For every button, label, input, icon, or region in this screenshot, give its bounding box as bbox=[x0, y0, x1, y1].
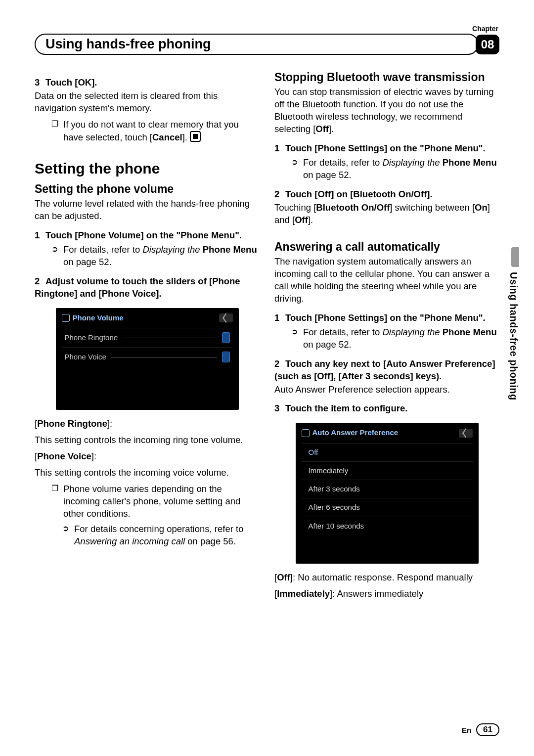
reference: ➲ For details, refer to Displaying the P… bbox=[274, 157, 499, 181]
body-text: This setting controls the incoming ring … bbox=[35, 434, 260, 446]
slider-row: Phone Ringtone bbox=[62, 328, 233, 347]
side-tab-mark bbox=[511, 247, 519, 267]
side-tab: Using hands-free phoning bbox=[508, 272, 519, 400]
body-text: Data on the selected item is cleared fro… bbox=[35, 90, 260, 115]
list-item: Immediately bbox=[302, 461, 473, 480]
step-number: 1 bbox=[274, 312, 285, 324]
chapter-number: 08 bbox=[476, 35, 499, 54]
language-label: En bbox=[462, 726, 471, 734]
body-text: The volume level related with the hands-… bbox=[35, 198, 260, 222]
step: 3Touch [OK]. bbox=[35, 77, 260, 89]
auto-answer-screenshot: Auto Answer Preference Off Immediately A… bbox=[296, 423, 479, 564]
step-text: Adjust volume to touch the sliders of [P… bbox=[35, 276, 240, 299]
step-text: Touch the item to configure. bbox=[285, 403, 407, 413]
note-icon: ❐ bbox=[51, 119, 63, 144]
note-text: If you do not want to clear memory that … bbox=[63, 119, 260, 144]
reference-text: For details, refer to Displaying the Pho… bbox=[303, 326, 499, 351]
back-icon bbox=[459, 429, 473, 438]
definition: [Off]: No automatic response. Respond ma… bbox=[274, 572, 499, 584]
body-text: This setting controls the incoming voice… bbox=[35, 467, 260, 479]
chapter-label: Chapter bbox=[35, 25, 499, 33]
page-title: Using hands-free phoning bbox=[35, 34, 479, 55]
note-icon: ❐ bbox=[51, 483, 63, 520]
reference: ➲ For details, refer to Displaying the P… bbox=[35, 244, 260, 268]
step-number: 1 bbox=[274, 142, 285, 155]
left-column: 3Touch [OK]. Data on the selected item i… bbox=[35, 70, 260, 604]
definition: [Phone Ringtone]: bbox=[35, 418, 260, 430]
slider-knob bbox=[222, 352, 230, 362]
body-text: Touching [Bluetooth On/Off] switching be… bbox=[274, 202, 499, 226]
reference: ➲ For details, refer to Displaying the P… bbox=[274, 326, 499, 351]
link-icon: ➲ bbox=[51, 244, 63, 268]
screen-titlebar: Auto Answer Preference bbox=[302, 428, 473, 438]
step-text: Touch [Phone Volume] on the "Phone Menu"… bbox=[45, 230, 242, 240]
reference: ➲ For details concerning operations, ref… bbox=[35, 523, 260, 548]
bluetooth-icon bbox=[302, 429, 310, 437]
step: 2Touch any key next to [Auto Answer Pref… bbox=[274, 358, 499, 383]
back-icon bbox=[219, 313, 233, 322]
body-text: You can stop transmission of electric wa… bbox=[274, 86, 499, 135]
right-column: Stopping Bluetooth wave transmission You… bbox=[274, 70, 499, 604]
link-icon: ➲ bbox=[62, 523, 74, 548]
list-item: After 10 seconds bbox=[302, 517, 473, 535]
heading-2: Setting the phone volume bbox=[35, 181, 260, 197]
step: 2Adjust volume to touch the sliders of [… bbox=[35, 275, 260, 300]
step: 1Touch [Phone Settings] on the "Phone Me… bbox=[274, 142, 499, 155]
heading-2: Answering a call automatically bbox=[274, 239, 499, 255]
slider-knob bbox=[222, 332, 230, 343]
screen-titlebar: Phone Volume bbox=[62, 313, 233, 323]
screen-title: Phone Volume bbox=[73, 313, 124, 323]
definition: [Immediately]: Answers immediately bbox=[274, 588, 499, 600]
step-number: 3 bbox=[35, 77, 45, 89]
bluetooth-icon bbox=[62, 314, 70, 322]
step-text: Touch [OK]. bbox=[45, 77, 97, 88]
list-item: After 6 seconds bbox=[302, 498, 473, 516]
step-number: 2 bbox=[274, 358, 285, 370]
list-item: Off bbox=[302, 443, 473, 461]
reference-text: For details, refer to Displaying the Pho… bbox=[303, 157, 499, 181]
body-text: The navigation system automatically answ… bbox=[274, 256, 499, 305]
step: 3Touch the item to configure. bbox=[274, 402, 499, 415]
step-text: Touch any key next to [Auto Answer Prefe… bbox=[274, 358, 495, 381]
page-number: 61 bbox=[476, 723, 499, 736]
link-icon: ➲ bbox=[291, 326, 303, 351]
step-number: 3 bbox=[274, 402, 285, 415]
slider-label: Phone Voice bbox=[65, 352, 106, 362]
slider-label: Phone Ringtone bbox=[65, 333, 118, 343]
step-number: 1 bbox=[35, 229, 45, 242]
note: ❐ If you do not want to clear memory tha… bbox=[35, 119, 260, 144]
step-text: Touch [Phone Settings] on the "Phone Men… bbox=[285, 143, 486, 153]
page-header: Chapter Using hands-free phoning 08 bbox=[35, 25, 499, 55]
step: 1Touch [Phone Settings] on the "Phone Me… bbox=[274, 312, 499, 324]
definition: [Phone Voice]: bbox=[35, 450, 260, 463]
heading-1: Setting the phone bbox=[35, 159, 260, 179]
reference-text: For details concerning operations, refer… bbox=[74, 523, 260, 548]
step-number: 2 bbox=[35, 275, 45, 288]
step: 1Touch [Phone Volume] on the "Phone Menu… bbox=[35, 229, 260, 242]
heading-2: Stopping Bluetooth wave transmission bbox=[274, 70, 499, 85]
note: ❐ Phone volume varies depending on the i… bbox=[35, 483, 260, 520]
step-text: Touch [Off] on [Bluetooth On/Off]. bbox=[285, 189, 433, 199]
step-text: Touch [Phone Settings] on the "Phone Men… bbox=[285, 312, 486, 323]
step-number: 2 bbox=[274, 188, 285, 201]
note-text: Phone volume varies depending on the inc… bbox=[63, 483, 260, 520]
body-text: Auto Answer Preference selection appears… bbox=[274, 384, 499, 396]
step: 2Touch [Off] on [Bluetooth On/Off]. bbox=[274, 188, 499, 201]
screen-title: Auto Answer Preference bbox=[312, 428, 399, 438]
page-footer: En 61 bbox=[462, 723, 499, 736]
slider-row: Phone Voice bbox=[62, 347, 233, 366]
phone-volume-screenshot: Phone Volume Phone Ringtone Phone Voice bbox=[56, 308, 239, 410]
link-icon: ➲ bbox=[291, 157, 303, 181]
reference-text: For details, refer to Displaying the Pho… bbox=[63, 244, 260, 268]
end-icon bbox=[190, 131, 201, 142]
list-item: After 3 seconds bbox=[302, 480, 473, 498]
